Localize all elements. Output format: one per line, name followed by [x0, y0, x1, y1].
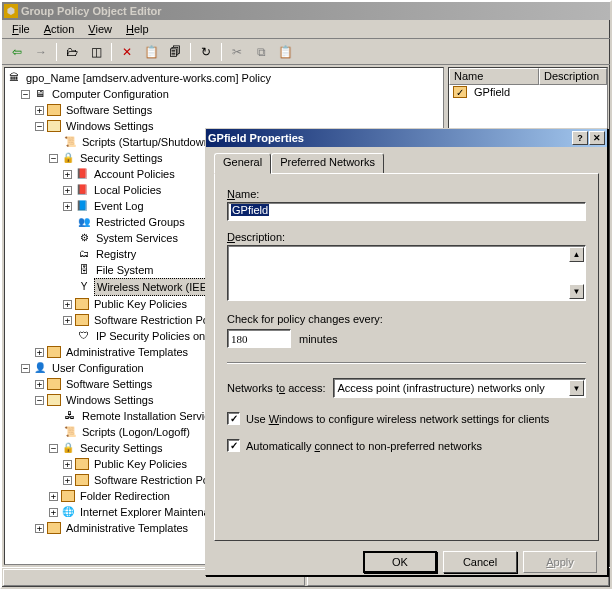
- auto-connect-checkbox[interactable]: ✓: [227, 439, 240, 452]
- menu-help[interactable]: Help: [120, 21, 155, 37]
- script-icon: 📜: [63, 426, 77, 438]
- tab-content: Name: GPfield Description: ▲ ▼ Check for…: [214, 173, 599, 541]
- networks-value: Access point (infrastructure) networks o…: [337, 382, 544, 394]
- expander[interactable]: +: [63, 300, 72, 309]
- up-button[interactable]: 🗁: [61, 41, 83, 63]
- tree-win[interactable]: Windows Settings: [64, 118, 155, 134]
- close-button[interactable]: ✕: [589, 131, 605, 145]
- folder-icon: [75, 314, 89, 326]
- expander[interactable]: +: [63, 202, 72, 211]
- dialog-titlebar[interactable]: GPfield Properties ? ✕: [206, 129, 607, 147]
- group-icon: 👥: [77, 216, 91, 228]
- show-hide-button[interactable]: ◫: [85, 41, 107, 63]
- delete-button[interactable]: ✕: [116, 41, 138, 63]
- export-button[interactable]: 🗐: [164, 41, 186, 63]
- desc-label: Description:: [227, 231, 586, 243]
- list-item[interactable]: ✓ GPfield: [449, 85, 607, 99]
- expander[interactable]: −: [49, 154, 58, 163]
- name-input[interactable]: [227, 202, 586, 221]
- cut-button: ✂: [226, 41, 248, 63]
- properties-button[interactable]: 📋: [140, 41, 162, 63]
- menu-view[interactable]: View: [82, 21, 118, 37]
- folder-icon: [47, 104, 61, 116]
- scroll-up-button[interactable]: ▲: [569, 247, 584, 262]
- folder-icon: [47, 346, 61, 358]
- check-label: Check for policy changes every:: [227, 313, 586, 325]
- tree-restricted[interactable]: Restricted Groups: [94, 214, 187, 230]
- tree-registry[interactable]: Registry: [94, 246, 138, 262]
- tree-scripts[interactable]: Scripts (Startup/Shutdown): [80, 134, 215, 150]
- networks-dropdown[interactable]: Access point (infrastructure) networks o…: [333, 378, 586, 398]
- expander[interactable]: +: [63, 460, 72, 469]
- wireless-icon: Y: [77, 281, 91, 293]
- scroll-down-button[interactable]: ▼: [569, 284, 584, 299]
- expander[interactable]: −: [35, 396, 44, 405]
- cancel-button[interactable]: Cancel: [443, 551, 517, 573]
- expander[interactable]: +: [35, 348, 44, 357]
- expander[interactable]: −: [49, 444, 58, 453]
- forward-button: →: [30, 41, 52, 63]
- help-button[interactable]: ?: [572, 131, 588, 145]
- tree-comp-config[interactable]: Computer Configuration: [50, 86, 171, 102]
- main-title: Group Policy Object Editor: [21, 5, 608, 17]
- menu-file[interactable]: File: [6, 21, 36, 37]
- policy-icon: 📕: [75, 168, 89, 180]
- back-button[interactable]: ⇦: [6, 41, 28, 63]
- col-name[interactable]: Name: [449, 68, 539, 85]
- tree-root[interactable]: gpo_Name [amdserv.adventure-works.com] P…: [24, 70, 273, 86]
- tree-services[interactable]: System Services: [94, 230, 180, 246]
- col-desc[interactable]: Description: [539, 68, 607, 85]
- user-icon: 👤: [33, 362, 47, 374]
- expander[interactable]: +: [63, 170, 72, 179]
- list-header: Name Description: [449, 68, 607, 85]
- expander[interactable]: −: [35, 122, 44, 131]
- paste-button: 📋: [274, 41, 296, 63]
- expander[interactable]: +: [63, 316, 72, 325]
- use-windows-checkbox[interactable]: ✓: [227, 412, 240, 425]
- ok-button[interactable]: OK: [363, 551, 437, 573]
- menu-action[interactable]: Action: [38, 21, 81, 37]
- check-interval-input[interactable]: [227, 329, 291, 348]
- expander[interactable]: +: [49, 492, 58, 501]
- tree-pk2[interactable]: Public Key Policies: [92, 456, 189, 472]
- tree-sw2[interactable]: Software Settings: [64, 376, 154, 392]
- tab-general[interactable]: General: [214, 153, 271, 174]
- folder-icon: [47, 120, 61, 132]
- refresh-button[interactable]: ↻: [195, 41, 217, 63]
- tab-preferred[interactable]: Preferred Networks: [271, 153, 384, 173]
- expander[interactable]: −: [21, 364, 30, 373]
- tree-event[interactable]: Event Log: [92, 198, 146, 214]
- expander[interactable]: +: [63, 186, 72, 195]
- desc-input[interactable]: [227, 245, 586, 301]
- policy-icon: 🏛: [7, 72, 21, 84]
- tree-fs[interactable]: File System: [94, 262, 155, 278]
- cb1-label: Use Windows to configure wireless networ…: [246, 413, 549, 425]
- tree-remote[interactable]: Remote Installation Services: [80, 408, 223, 424]
- computer-icon: 🖥: [33, 88, 47, 100]
- tree-sec[interactable]: Security Settings: [78, 150, 165, 166]
- expander[interactable]: +: [35, 106, 44, 115]
- policy-item-icon: ✓: [453, 86, 467, 98]
- tree-sw[interactable]: Software Settings: [64, 102, 154, 118]
- expander[interactable]: +: [35, 380, 44, 389]
- registry-icon: 🗂: [77, 248, 91, 260]
- tree-sec2[interactable]: Security Settings: [78, 440, 165, 456]
- tree-admin[interactable]: Administrative Templates: [64, 344, 190, 360]
- tree-user-config[interactable]: User Configuration: [50, 360, 146, 376]
- service-icon: ⚙: [77, 232, 91, 244]
- folder-icon: [75, 298, 89, 310]
- remote-icon: 🖧: [63, 410, 77, 422]
- expander[interactable]: +: [63, 476, 72, 485]
- tree-scripts2[interactable]: Scripts (Logon/Logoff): [80, 424, 192, 440]
- folder-icon: [75, 474, 89, 486]
- tree-folder-redir[interactable]: Folder Redirection: [78, 488, 172, 504]
- expander[interactable]: +: [49, 508, 58, 517]
- tree-win2[interactable]: Windows Settings: [64, 392, 155, 408]
- expander[interactable]: +: [35, 524, 44, 533]
- tree-local[interactable]: Local Policies: [92, 182, 163, 198]
- tree-admin2[interactable]: Administrative Templates: [64, 520, 190, 536]
- expander[interactable]: −: [21, 90, 30, 99]
- dropdown-button[interactable]: ▼: [569, 380, 584, 396]
- tree-pk[interactable]: Public Key Policies: [92, 296, 189, 312]
- tree-account[interactable]: Account Policies: [92, 166, 177, 182]
